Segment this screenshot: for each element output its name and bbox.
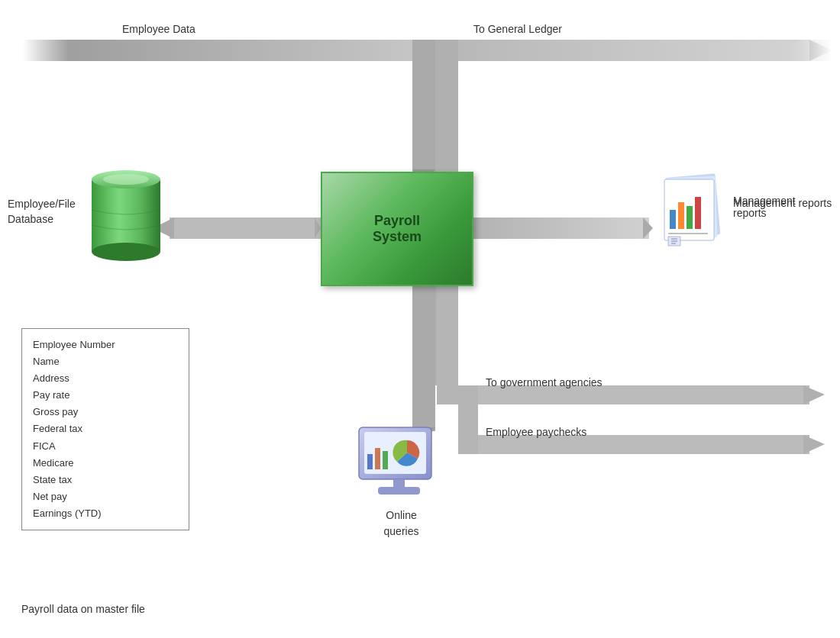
info-box-item: Gross pay: [33, 404, 178, 420]
svg-rect-38: [678, 202, 684, 229]
svg-rect-27: [458, 385, 478, 454]
svg-rect-20: [435, 286, 458, 385]
database-icon: [88, 164, 164, 263]
svg-rect-40: [695, 197, 701, 229]
payroll-data-master-label: Payroll data on master file: [21, 603, 145, 615]
info-box-item: Medicare: [33, 455, 178, 472]
info-box-item: State tax: [33, 472, 178, 488]
svg-rect-14: [170, 218, 321, 239]
to-general-ledger-label: To General Ledger: [473, 23, 562, 35]
svg-rect-5: [23, 40, 412, 61]
svg-rect-8: [435, 40, 809, 61]
payroll-system-box: Payroll System: [321, 172, 473, 286]
info-box-item: Net pay: [33, 488, 178, 505]
svg-marker-26: [803, 435, 825, 454]
info-box-item: Federal tax: [33, 420, 178, 437]
svg-rect-49: [375, 448, 380, 469]
svg-rect-37: [670, 210, 676, 229]
mgmt-reports-label-2: Management reports: [733, 195, 796, 219]
svg-rect-10: [664, 40, 832, 61]
svg-rect-19: [412, 286, 435, 385]
employee-file-database-label: Employee/File Database: [8, 197, 76, 227]
svg-rect-7: [23, 40, 176, 61]
to-government-agencies-label: To government agencies: [486, 376, 603, 388]
svg-rect-53: [378, 487, 420, 495]
info-box-item: Employee Number: [33, 337, 178, 353]
management-reports-icon: [653, 168, 729, 252]
svg-marker-9: [809, 40, 832, 61]
svg-marker-18: [643, 218, 653, 239]
svg-rect-12: [435, 40, 458, 173]
svg-marker-23: [803, 385, 825, 404]
info-box-item: Address: [33, 370, 178, 387]
svg-rect-11: [412, 40, 435, 173]
svg-rect-17: [473, 218, 649, 239]
svg-point-33: [103, 174, 149, 185]
employee-paychecks-label: Employee paychecks: [486, 426, 586, 438]
info-box-item: Earnings (YTD): [33, 505, 178, 522]
info-box-item: Pay rate: [33, 387, 178, 404]
svg-point-31: [92, 243, 160, 261]
svg-marker-16: [315, 218, 321, 239]
svg-marker-21: [412, 383, 435, 397]
online-queries-label: Online queries: [357, 508, 445, 540]
svg-rect-39: [687, 206, 693, 229]
info-box: Employee Number Name Address Pay rate Gr…: [21, 328, 189, 530]
svg-rect-24: [437, 286, 458, 404]
info-box-item: Name: [33, 353, 178, 370]
svg-rect-50: [383, 451, 388, 469]
svg-rect-48: [367, 454, 373, 469]
svg-rect-30: [92, 179, 160, 252]
info-box-item: FICA: [33, 438, 178, 455]
online-queries-icon: [355, 424, 443, 504]
diagram-container: Payroll System Employee Data To General …: [0, 0, 840, 638]
employee-data-label: Employee Data: [122, 23, 195, 35]
payroll-system-label: Payroll System: [373, 213, 422, 245]
svg-marker-6: [412, 40, 435, 61]
diagram-svg: [0, 0, 840, 638]
